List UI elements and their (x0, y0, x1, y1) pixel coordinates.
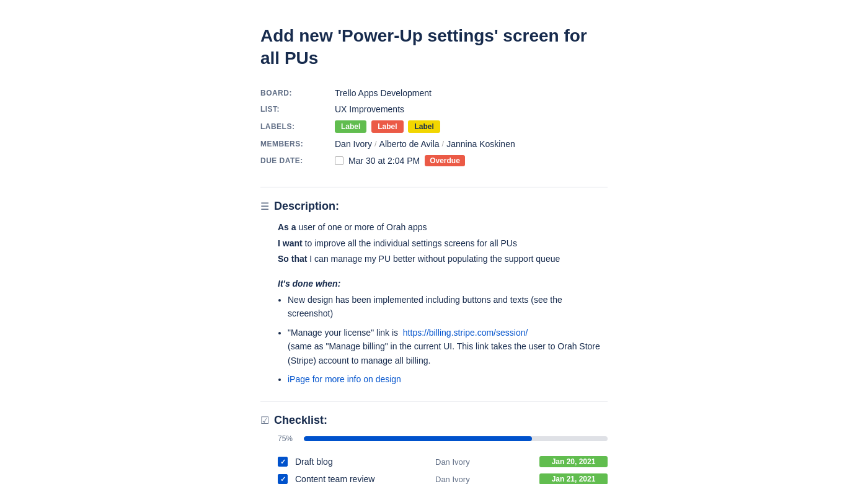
members-label: MEMBERS: (260, 136, 335, 152)
checklist-checkbox-1[interactable]: ✓ (278, 457, 288, 467)
checklist-icon: ☑ (260, 415, 269, 426)
progress-bar-bg (304, 436, 608, 441)
member-sep-2: / (442, 139, 445, 148)
as-a-bold: As a (278, 222, 296, 232)
members-value: Dan Ivory / Alberto de Avila / Jannina K… (335, 136, 608, 152)
desc-line-2: I want to improve all the individual set… (278, 236, 608, 251)
list-label: LIST: (260, 101, 335, 117)
checklist-checkbox-2[interactable]: ✓ (278, 474, 288, 484)
checklist-items: ✓ Draft blog Dan Ivory Jan 20, 2021 ✓ Co… (278, 453, 608, 484)
due-date-value: Mar 30 at 2:04 PM Overdue (335, 152, 608, 169)
its-done-when: It's done when: (278, 277, 608, 292)
board-value: Trello Apps Development (335, 85, 608, 101)
checklist-item: ✓ Content team review Dan Ivory Jan 21, … (278, 470, 608, 484)
due-date-row: Mar 30 at 2:04 PM Overdue (335, 155, 608, 166)
members-list: Dan Ivory / Alberto de Avila / Jannina K… (335, 139, 608, 149)
label-badge-green: Label (335, 120, 366, 133)
checklist-item-text-1: Draft blog (295, 457, 430, 467)
checklist-date-2: Jan 21, 2021 (539, 473, 608, 484)
due-date-checkbox[interactable] (335, 156, 343, 165)
page-container: Add new 'Power-Up settings' screen for a… (248, 0, 620, 484)
checklist-item: ✓ Draft blog Dan Ivory Jan 20, 2021 (278, 453, 608, 470)
as-a-rest: user of one or more of Orah apps (298, 222, 427, 232)
labels-value: Label Label Label (335, 117, 608, 136)
desc-line-1: As a user of one or more of Orah apps (278, 220, 608, 235)
i-want-rest: to improve all the individual settings s… (305, 238, 517, 248)
bullet-1: New design has been implemented includin… (288, 293, 608, 321)
description-section-header: ☰ Description: (260, 200, 608, 213)
stripe-link[interactable]: https://billing.stripe.com/session/ (403, 328, 528, 338)
overdue-badge: Overdue (425, 155, 465, 166)
bullet-3: iPage for more info on design (288, 372, 608, 386)
member-2: Alberto de Avila (379, 139, 440, 149)
description-block: As a user of one or more of Orah apps I … (278, 220, 608, 387)
checkmark-2: ✓ (280, 476, 286, 483)
due-date-label: DUE DATE: (260, 152, 335, 169)
labels-label: LABELS: (260, 117, 335, 136)
ipage-link[interactable]: iPage for more info on design (288, 374, 401, 384)
member-1: Dan Ivory (335, 139, 372, 149)
checklist-assignee-1: Dan Ivory (435, 457, 534, 467)
i-want-bold: I want (278, 238, 303, 248)
so-that-rest: I can manage my PU better without popula… (309, 254, 560, 264)
checkmark-1: ✓ (280, 459, 286, 465)
label-badge-red: Label (371, 120, 403, 133)
divider-2 (260, 401, 608, 401)
checklist-section: ☑ Checklist: 75% ✓ Draft blog Dan Ivory … (260, 414, 608, 484)
member-sep-1: / (374, 139, 377, 148)
list-value: UX Improvements (335, 101, 608, 117)
description-title: Description: (274, 200, 339, 213)
member-3: Jannina Koskinen (446, 139, 515, 149)
checklist-title: Checklist: (274, 414, 327, 427)
progress-row: 75% (278, 434, 608, 443)
bullet-2: "Manage your license" link is https://bi… (288, 326, 608, 367)
so-that-bold: So that (278, 254, 307, 264)
board-label: BOARD: (260, 85, 335, 101)
card-title: Add new 'Power-Up settings' screen for a… (260, 25, 608, 70)
progress-label: 75% (278, 434, 298, 443)
checklist-date-1: Jan 20, 2021 (539, 456, 608, 467)
meta-table: BOARD: Trello Apps Development LIST: UX … (260, 85, 608, 169)
desc-line-3: So that I can manage my PU better withou… (278, 252, 608, 267)
checklist-item-text-2: Content team review (295, 474, 430, 484)
checklist-section-header: ☑ Checklist: (260, 414, 608, 427)
progress-bar-fill (304, 436, 532, 441)
due-date-text: Mar 30 at 2:04 PM (348, 156, 420, 166)
label-badge-yellow: Label (408, 120, 440, 133)
description-icon: ☰ (260, 200, 269, 212)
bullet-list: New design has been implemented includin… (288, 293, 608, 386)
checklist-assignee-2: Dan Ivory (435, 475, 534, 484)
divider-1 (260, 187, 608, 187)
